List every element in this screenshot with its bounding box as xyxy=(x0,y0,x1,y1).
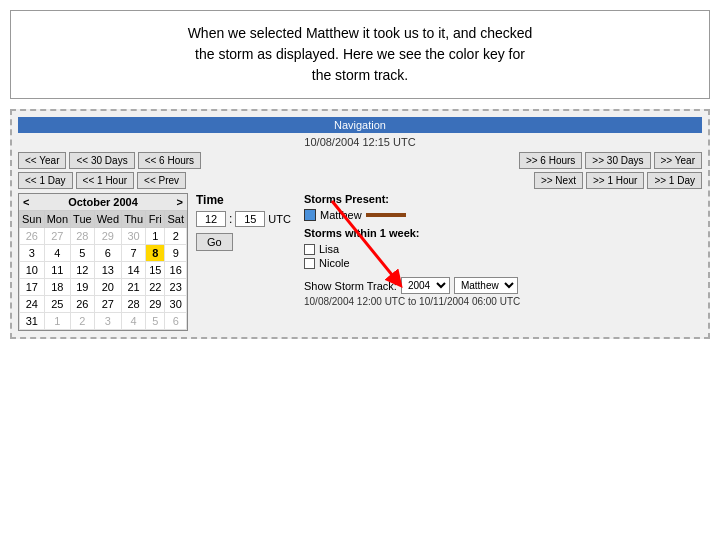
cal-header-wed: Wed xyxy=(94,211,121,228)
time-inputs: : UTC xyxy=(196,211,296,227)
cal-next-btn[interactable]: > xyxy=(177,196,183,208)
calendar-day[interactable]: 29 xyxy=(94,228,121,245)
calendar-day[interactable]: 23 xyxy=(165,279,187,296)
calendar-day[interactable]: 3 xyxy=(94,313,121,330)
calendar-day[interactable]: 29 xyxy=(146,296,165,313)
description-box: When we selected Matthew it took us to i… xyxy=(10,10,710,99)
btn-6hours-fwd[interactable]: >> 6 Hours xyxy=(519,152,582,169)
time-hour-input[interactable] xyxy=(196,211,226,227)
track-year-select[interactable]: 2004 xyxy=(401,277,450,294)
calendar-day[interactable]: 5 xyxy=(71,245,95,262)
nav-title: Navigation xyxy=(334,119,386,131)
calendar-day[interactable]: 16 xyxy=(165,262,187,279)
time-utc-label: UTC xyxy=(268,213,291,225)
btn-1day-back[interactable]: << 1 Day xyxy=(18,172,73,189)
cal-header-thu: Thu xyxy=(122,211,146,228)
lisa-name: Lisa xyxy=(319,243,339,255)
calendar-day[interactable]: 24 xyxy=(20,296,45,313)
calendar-day[interactable]: 31 xyxy=(20,313,45,330)
calendar-day[interactable]: 6 xyxy=(165,313,187,330)
matthew-checkbox[interactable] xyxy=(304,209,316,221)
nav-button-row-2: << 1 Day << 1 Hour << Prev >> Next >> 1 … xyxy=(18,172,702,189)
description-line2: the storm as displayed. Here we see the … xyxy=(195,46,525,62)
calendar-day[interactable]: 26 xyxy=(71,296,95,313)
lisa-checkbox[interactable] xyxy=(304,244,315,255)
time-label: Time xyxy=(196,193,296,207)
calendar-day[interactable]: 5 xyxy=(146,313,165,330)
cal-prev-btn[interactable]: < xyxy=(23,196,29,208)
calendar-day[interactable]: 4 xyxy=(44,245,70,262)
calendar-day[interactable]: 21 xyxy=(122,279,146,296)
datetime-display: 10/08/2004 12:15 UTC xyxy=(18,136,702,148)
cal-header-mon: Mon xyxy=(44,211,70,228)
calendar-day[interactable]: 3 xyxy=(20,245,45,262)
storm-track-dates: 10/08/2004 12:00 UTC to 10/11/2004 06:00… xyxy=(304,296,520,307)
calendar-day[interactable]: 25 xyxy=(44,296,70,313)
cal-header-sat: Sat xyxy=(165,211,187,228)
calendar-day[interactable]: 20 xyxy=(94,279,121,296)
calendar-day[interactable]: 30 xyxy=(122,228,146,245)
track-storm-select[interactable]: Matthew xyxy=(454,277,518,294)
btn-30days-back[interactable]: << 30 Days xyxy=(69,152,134,169)
storms-section: Storms Present: Matthew Storms within 1 … xyxy=(304,193,520,331)
calendar-day[interactable]: 8 xyxy=(146,245,165,262)
calendar-day[interactable]: 2 xyxy=(165,228,187,245)
calendar-day[interactable]: 19 xyxy=(71,279,95,296)
calendar-day[interactable]: 9 xyxy=(165,245,187,262)
calendar-grid: Sun Mon Tue Wed Thu Fri Sat 262728293012… xyxy=(19,210,187,330)
cal-header-sun: Sun xyxy=(20,211,45,228)
cal-header-tue: Tue xyxy=(71,211,95,228)
calendar-day[interactable]: 13 xyxy=(94,262,121,279)
calendar-day[interactable]: 1 xyxy=(44,313,70,330)
calendar: < October 2004 > Sun Mon Tue Wed Thu Fri xyxy=(18,193,188,331)
btn-next[interactable]: >> Next xyxy=(534,172,583,189)
storm-track-section: Show Storm Track: 2004 Matthew 10/08/200… xyxy=(304,277,520,307)
description-line1: When we selected Matthew it took us to i… xyxy=(188,25,533,41)
calendar-day[interactable]: 14 xyxy=(122,262,146,279)
storms-week-label: Storms within 1 week: xyxy=(304,227,520,239)
btn-year-fwd[interactable]: >> Year xyxy=(654,152,702,169)
calendar-day[interactable]: 1 xyxy=(146,228,165,245)
calendar-day[interactable]: 22 xyxy=(146,279,165,296)
right-buttons-1: >> 6 Hours >> 30 Days >> Year xyxy=(519,152,702,169)
ui-panel: Navigation 10/08/2004 12:15 UTC << Year … xyxy=(10,109,710,339)
calendar-day[interactable]: 15 xyxy=(146,262,165,279)
calendar-day[interactable]: 7 xyxy=(122,245,146,262)
calendar-day[interactable]: 28 xyxy=(122,296,146,313)
btn-1hour-fwd[interactable]: >> 1 Hour xyxy=(586,172,644,189)
calendar-day[interactable]: 18 xyxy=(44,279,70,296)
calendar-day[interactable]: 10 xyxy=(20,262,45,279)
main-container: When we selected Matthew it took us to i… xyxy=(0,0,720,540)
calendar-day[interactable]: 30 xyxy=(165,296,187,313)
time-minute-input[interactable] xyxy=(235,211,265,227)
left-buttons-2: << 1 Day << 1 Hour << Prev xyxy=(18,172,186,189)
calendar-day[interactable]: 2 xyxy=(71,313,95,330)
nicole-checkbox[interactable] xyxy=(304,258,315,269)
nav-button-row-1: << Year << 30 Days << 6 Hours >> 6 Hours… xyxy=(18,152,702,169)
calendar-day[interactable]: 26 xyxy=(20,228,45,245)
nicole-name: Nicole xyxy=(319,257,350,269)
calendar-header: < October 2004 > xyxy=(19,194,187,210)
go-button[interactable]: Go xyxy=(196,233,233,251)
matthew-color-bar xyxy=(366,213,406,217)
calendar-day[interactable]: 27 xyxy=(94,296,121,313)
btn-30days-fwd[interactable]: >> 30 Days xyxy=(585,152,650,169)
matthew-name: Matthew xyxy=(320,209,362,221)
btn-6hours-back[interactable]: << 6 Hours xyxy=(138,152,201,169)
btn-1hour-back[interactable]: << 1 Hour xyxy=(76,172,134,189)
time-section: Time : UTC Go xyxy=(196,193,296,331)
btn-1day-fwd[interactable]: >> 1 Day xyxy=(647,172,702,189)
calendar-day[interactable]: 12 xyxy=(71,262,95,279)
calendar-day[interactable]: 11 xyxy=(44,262,70,279)
btn-year-back[interactable]: << Year xyxy=(18,152,66,169)
storms-present-label: Storms Present: xyxy=(304,193,520,205)
left-buttons-1: << Year << 30 Days << 6 Hours xyxy=(18,152,201,169)
btn-prev[interactable]: << Prev xyxy=(137,172,186,189)
calendar-day[interactable]: 17 xyxy=(20,279,45,296)
calendar-day[interactable]: 27 xyxy=(44,228,70,245)
calendar-day[interactable]: 28 xyxy=(71,228,95,245)
calendar-day[interactable]: 4 xyxy=(122,313,146,330)
cal-header-fri: Fri xyxy=(146,211,165,228)
calendar-day[interactable]: 6 xyxy=(94,245,121,262)
description-line3: the storm track. xyxy=(312,67,408,83)
